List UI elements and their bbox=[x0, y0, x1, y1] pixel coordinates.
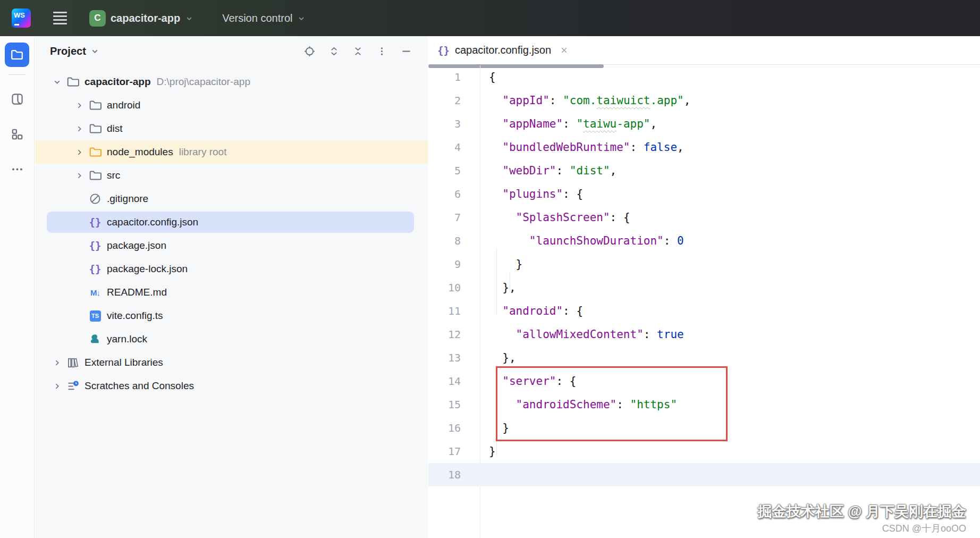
line-number[interactable]: 14 bbox=[428, 375, 480, 388]
code-line-1[interactable]: 1{ bbox=[428, 65, 980, 89]
editor-tab-bar: {} capacitor.config.json bbox=[428, 36, 980, 65]
code-line-8[interactable]: 8 "launchShowDuration": 0 bbox=[428, 229, 980, 253]
tree-item-label: External Libraries bbox=[85, 357, 163, 368]
tree-item-label: src bbox=[107, 170, 120, 181]
bookmarks-tool-window-icon[interactable] bbox=[5, 87, 29, 111]
code-token: -app" bbox=[616, 117, 650, 130]
tree-item-node-modules[interactable]: node_moduleslibrary root bbox=[35, 140, 428, 164]
code-token: 0 bbox=[677, 234, 684, 247]
tree-item-capacitor-config-json[interactable]: {}capacitor.config.json bbox=[35, 211, 428, 234]
more-options-icon[interactable] bbox=[377, 46, 387, 56]
code-token: "allowMixedContent" bbox=[516, 328, 644, 341]
code-line-10[interactable]: 10 }, bbox=[428, 276, 980, 299]
folder-icon bbox=[88, 99, 102, 112]
tree-item-android[interactable]: android bbox=[35, 94, 428, 117]
hide-panel-icon[interactable] bbox=[401, 46, 412, 57]
chevron-down-icon[interactable] bbox=[90, 47, 99, 56]
chevron-right-icon[interactable] bbox=[72, 148, 86, 157]
webstorm-logo-icon[interactable]: WS bbox=[12, 9, 31, 28]
folder-icon bbox=[88, 122, 102, 135]
code-line-17[interactable]: 17} bbox=[428, 440, 980, 463]
code-line-6[interactable]: 6 "plugins": { bbox=[428, 182, 980, 206]
tree-item-label: capacitor-app bbox=[85, 76, 151, 88]
line-number[interactable]: 2 bbox=[428, 94, 480, 107]
tree-item-package-json[interactable]: {}package.json bbox=[35, 234, 428, 257]
collapse-all-icon[interactable] bbox=[353, 46, 363, 56]
chevron-right-icon[interactable] bbox=[72, 171, 86, 180]
tree-item-hint: library root bbox=[179, 146, 227, 158]
line-number[interactable]: 12 bbox=[428, 328, 480, 341]
chevron-right-icon[interactable] bbox=[50, 358, 64, 367]
tree-item-capacitor-app[interactable]: capacitor-appD:\proj\capacitor-app bbox=[35, 70, 428, 94]
tree-item-label: yarn.lock bbox=[107, 333, 147, 345]
tab-capacitor-config-json[interactable]: {} capacitor.config.json bbox=[428, 36, 578, 64]
tree-item-package-lock-json[interactable]: {}package-lock.json bbox=[35, 257, 428, 281]
tree-item-src[interactable]: src bbox=[35, 164, 428, 187]
chevron-down-icon[interactable] bbox=[50, 78, 64, 87]
code-text: "appName": "taiwu-app", bbox=[480, 117, 657, 130]
code-token: "dist" bbox=[570, 164, 610, 177]
tree-item-yarn-lock[interactable]: yarn.lock bbox=[35, 327, 428, 351]
line-number[interactable]: 17 bbox=[428, 445, 480, 458]
line-number[interactable]: 7 bbox=[428, 211, 480, 224]
code-line-18[interactable]: 18 bbox=[428, 463, 980, 486]
line-number[interactable]: 16 bbox=[428, 422, 480, 434]
tab-close-icon[interactable] bbox=[560, 46, 569, 55]
project-tool-window-icon[interactable] bbox=[5, 43, 29, 67]
line-number[interactable]: 18 bbox=[428, 468, 480, 481]
expand-all-icon[interactable] bbox=[329, 46, 339, 56]
project-tree: capacitor-appD:\proj\capacitor-appandroi… bbox=[35, 70, 428, 398]
vcs-widget[interactable]: Version control bbox=[222, 12, 306, 24]
annotation-highlight-box bbox=[496, 366, 728, 441]
tree-item-vite-config-ts[interactable]: TSvite.config.ts bbox=[35, 304, 428, 327]
chevron-right-icon[interactable] bbox=[72, 101, 86, 110]
tree-item-label: package.json bbox=[107, 240, 166, 251]
line-number[interactable]: 5 bbox=[428, 164, 480, 177]
tree-item-scratches-and-consoles[interactable]: Scratches and Consoles bbox=[35, 374, 428, 398]
tree-item-dist[interactable]: dist bbox=[35, 117, 428, 140]
line-number[interactable]: 15 bbox=[428, 398, 480, 411]
typescript-icon: TS bbox=[88, 310, 102, 322]
code-token bbox=[489, 328, 516, 341]
line-number[interactable]: 4 bbox=[428, 141, 480, 154]
project-widget[interactable]: C capacitor-app bbox=[89, 10, 193, 27]
line-number[interactable]: 6 bbox=[428, 188, 480, 200]
json-icon: {} bbox=[88, 263, 102, 275]
more-tool-windows-icon[interactable] bbox=[5, 157, 29, 181]
line-number[interactable]: 13 bbox=[428, 351, 480, 364]
project-avatar: C bbox=[89, 10, 106, 27]
code-line-7[interactable]: 7 "SplashScreen": { bbox=[428, 206, 980, 229]
code-token: taiwuict bbox=[596, 94, 650, 107]
code-line-12[interactable]: 12 "allowMixedContent": true bbox=[428, 323, 980, 346]
line-number[interactable]: 11 bbox=[428, 305, 480, 317]
tree-item-external-libraries[interactable]: External Libraries bbox=[35, 351, 428, 374]
code-line-3[interactable]: 3 "appName": "taiwu-app", bbox=[428, 112, 980, 136]
code-token bbox=[489, 305, 502, 317]
structure-tool-window-icon[interactable] bbox=[5, 122, 29, 146]
code-token: : bbox=[630, 141, 644, 154]
code-editor[interactable]: 1{2 "appId": "com.taiwuict.app",3 "appNa… bbox=[428, 65, 980, 538]
project-panel-header: Project bbox=[35, 36, 428, 66]
line-number[interactable]: 10 bbox=[428, 281, 480, 294]
tree-item--gitignore[interactable]: .gitignore bbox=[35, 187, 428, 211]
chevron-right-icon[interactable] bbox=[72, 124, 86, 133]
tree-item-readme-md[interactable]: M↓README.md bbox=[35, 281, 428, 304]
code-line-9[interactable]: 9 } bbox=[428, 253, 980, 276]
code-line-4[interactable]: 4 "bundledWebRuntime": false, bbox=[428, 136, 980, 159]
code-line-5[interactable]: 5 "webDir": "dist", bbox=[428, 159, 980, 182]
line-number[interactable]: 1 bbox=[428, 71, 480, 83]
code-line-2[interactable]: 2 "appId": "com.taiwuict.app", bbox=[428, 89, 980, 112]
main-menu-icon[interactable] bbox=[53, 12, 67, 24]
project-panel-title[interactable]: Project bbox=[50, 45, 86, 57]
tree-item-label: android bbox=[107, 99, 140, 111]
chevron-right-icon[interactable] bbox=[50, 382, 64, 391]
code-token: }, bbox=[489, 281, 516, 294]
line-number[interactable]: 8 bbox=[428, 234, 480, 247]
main-toolbar: WS C capacitor-app Version control bbox=[0, 0, 980, 36]
locate-file-icon[interactable] bbox=[304, 46, 315, 57]
code-token: , bbox=[650, 117, 657, 130]
line-number[interactable]: 9 bbox=[428, 258, 480, 271]
code-line-11[interactable]: 11 "android": { bbox=[428, 299, 980, 323]
line-number[interactable]: 3 bbox=[428, 117, 480, 130]
tree-item-label: capacitor.config.json bbox=[107, 216, 198, 228]
